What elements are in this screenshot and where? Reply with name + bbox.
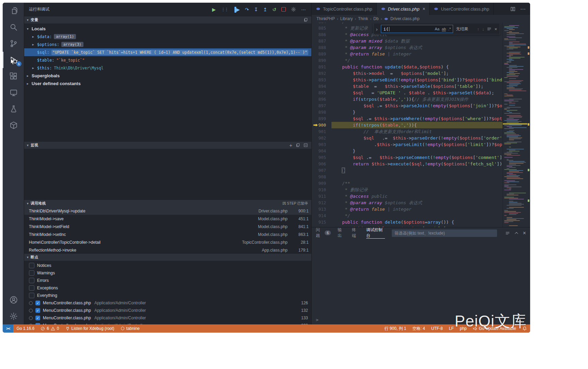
- checkbox[interactable]: [29, 270, 34, 276]
- variable-row[interactable]: ▾Locals: [24, 25, 311, 33]
- variables-section-header[interactable]: ▾ 变量: [24, 16, 311, 23]
- variable-row[interactable]: $table:"`ke_topic`": [24, 56, 311, 64]
- tab-Driver.class.php[interactable]: Driver.class.php×: [377, 3, 430, 15]
- more-actions-button[interactable]: ⋯: [301, 7, 306, 12]
- code-line[interactable]: 887 * @param mixed $data 数据: [312, 38, 502, 44]
- activity-item-extensions[interactable]: [3, 68, 24, 84]
- code-line[interactable]: 908: [312, 174, 502, 180]
- find-next-icon[interactable]: ↓: [482, 27, 484, 32]
- restart-button[interactable]: ↺: [272, 7, 276, 12]
- activity-item-remote-explorer[interactable]: [3, 84, 24, 101]
- variable-row[interactable]: $sql:"UPDATE `ke_topic` SET `hits`=hits+…: [24, 48, 311, 56]
- checkbox[interactable]: ✓: [35, 301, 40, 305]
- stop-button[interactable]: [281, 7, 286, 12]
- breadcrumb-item[interactable]: Driver.class.php: [390, 16, 419, 21]
- activity-item-run-and-debug[interactable]: 1: [3, 52, 24, 68]
- panel-tab-问题[interactable]: 问题6: [316, 227, 331, 239]
- regex-button[interactable]: .*: [448, 27, 451, 31]
- watch-section-header[interactable]: ▾ 监视 +: [24, 141, 311, 149]
- breadcrumb-item[interactable]: Db: [373, 16, 378, 21]
- code-line[interactable]: 904 }: [312, 148, 502, 154]
- code-line[interactable]: 895 $sql = 'UPDATE ' . $table . $this->p…: [312, 90, 502, 96]
- copy-icon[interactable]: [296, 143, 300, 147]
- code-line[interactable]: 891 public function update($data,$option…: [312, 64, 502, 70]
- stack-frame[interactable]: Think\Model->setIncModel.class.php863:1: [24, 230, 311, 238]
- whole-word-button[interactable]: ab: [442, 27, 446, 31]
- code-line[interactable]: 910 * 删除记录: [312, 187, 502, 193]
- variable-row[interactable]: ▸$options:array(3): [24, 41, 311, 48]
- panel-tab-调试控制台[interactable]: 调试控制台: [366, 227, 385, 239]
- code-line[interactable]: 900 if(!strpos($table,',')){: [312, 122, 502, 128]
- stack-frame[interactable]: Think\Db\Driver\Mysql->updateDriver.clas…: [24, 207, 311, 215]
- debug-console-prompt[interactable]: >: [316, 317, 319, 322]
- code-line[interactable]: 893 $this->parseBind(!empty($options['bi…: [312, 77, 502, 83]
- statusbar-go-version[interactable]: Go 1.16.6: [13, 324, 37, 333]
- code-line[interactable]: 897 $sql .= $this->parseJoin(!empty($opt…: [312, 102, 502, 109]
- checkbox[interactable]: [29, 285, 34, 291]
- activity-item-test-beaker[interactable]: [3, 101, 24, 117]
- statusbar-tabnine-status[interactable]: tabnine: [118, 324, 143, 333]
- breakpoints-section-header[interactable]: ▾ 断点: [24, 253, 311, 261]
- activity-item-account[interactable]: [3, 292, 24, 308]
- find-close-icon[interactable]: ×: [494, 27, 497, 32]
- statusbar-remote-indicator[interactable]: ><: [3, 324, 13, 333]
- code-line[interactable]: 888 * @param array $options 表达式: [312, 44, 502, 51]
- code-line[interactable]: 909 /**: [312, 180, 502, 187]
- code-line[interactable]: 907 }: [312, 167, 502, 174]
- activity-item-settings-gear[interactable]: [3, 308, 24, 324]
- code-line[interactable]: 898 }: [312, 109, 502, 115]
- debug-settings-button[interactable]: [291, 7, 296, 12]
- breakpoint-filter-row[interactable]: Everything: [24, 292, 311, 299]
- callstack-section-header[interactable]: ▾ 调用堆栈 因 STEP 已暂停: [24, 199, 311, 207]
- activity-item-source-control[interactable]: [3, 35, 24, 52]
- variable-row[interactable]: ▸User defined constants: [24, 80, 311, 87]
- code-line[interactable]: 892 $this->model = $options['model'];: [312, 70, 502, 77]
- debug-console-filter-input[interactable]: [392, 229, 497, 237]
- breakpoint-row[interactable]: ✓MenuController.class.phpApplication/Adm…: [24, 299, 311, 307]
- stack-frame[interactable]: Home\Controller\TopicController->detailT…: [24, 238, 311, 246]
- breakpoint-row[interactable]: ✓MenuController.class.phpApplication/Adm…: [24, 307, 311, 314]
- find-previous-icon[interactable]: ↑: [477, 27, 479, 32]
- breakpoint-row[interactable]: ✓MenuController.class.phpApplication/Adm…: [24, 314, 311, 322]
- stack-frame[interactable]: Think\Model->saveModel.class.php451:1: [24, 215, 311, 223]
- tab-close-icon[interactable]: ×: [422, 6, 425, 12]
- variable-row[interactable]: ▸Superglobals: [24, 72, 311, 80]
- minimap[interactable]: [502, 22, 527, 227]
- code-line[interactable]: 894 $table = $this->parseTable($options[…: [312, 83, 502, 90]
- code-line[interactable]: 903 .$this->parseLimit(!empty($options['…: [312, 141, 502, 148]
- more-actions-icon[interactable]: ⋯: [520, 6, 526, 12]
- continue-button[interactable]: ▐▶: [233, 7, 240, 12]
- checkbox[interactable]: [29, 293, 34, 298]
- overview-ruler[interactable]: [527, 22, 530, 227]
- breakpoint-filter-row[interactable]: Warnings: [24, 269, 311, 277]
- breadcrumb-item[interactable]: ThinkPHP: [316, 16, 335, 21]
- code-line[interactable]: 905 $sql .= $this->parseComment(!empty($…: [312, 154, 502, 161]
- collapse-all-icon[interactable]: [304, 143, 308, 147]
- stack-frame[interactable]: Think\Model->setFieldModel.class.php841:…: [24, 223, 311, 230]
- code-line[interactable]: 899 $sql .= $this->parseWhere(!empty($op…: [312, 115, 502, 122]
- breadcrumb-item[interactable]: Library: [340, 16, 353, 21]
- code-line[interactable]: 889 * @return false | integer: [312, 51, 502, 57]
- checkbox[interactable]: [29, 263, 34, 268]
- add-watch-expression-button[interactable]: +: [289, 143, 292, 148]
- statusbar-problems-status[interactable]: 60: [37, 324, 62, 333]
- checkbox[interactable]: [29, 278, 34, 283]
- statusbar-indentation[interactable]: 空格: 4: [409, 324, 428, 333]
- code-line[interactable]: 896 if(strpos($table,',')){// 多表更新支持JOIN…: [312, 96, 502, 102]
- breakpoint-filter-row[interactable]: Errors: [24, 277, 311, 284]
- tab-UserController.class.php[interactable]: UserController.class.php: [430, 3, 494, 15]
- code-line[interactable]: 906 return $this->execute($sql,!empty($o…: [312, 161, 502, 167]
- variable-row[interactable]: ▸$data:array(1): [24, 33, 311, 41]
- breakpoint-row[interactable]: ✓MenuController.class.phpApplication/Adm…: [24, 322, 311, 324]
- code-line[interactable]: 912 * @param array $options 表达式: [312, 199, 502, 206]
- statusbar-encoding[interactable]: UTF-8: [428, 324, 446, 333]
- start-button[interactable]: ▶: [212, 7, 216, 12]
- step-out-button[interactable]: ↥: [263, 7, 267, 12]
- toggle-replace-icon[interactable]: ›: [375, 26, 378, 32]
- code-line[interactable]: 902 $sql .= $this->parseOrder(!empty($op…: [312, 135, 502, 141]
- code-line[interactable]: 913 * @return false | integer: [312, 206, 502, 212]
- activity-item-search[interactable]: [3, 19, 24, 35]
- stack-frame[interactable]: ReflectionMethod->invokeApp.class.php179…: [24, 246, 311, 253]
- panel-tab-终端[interactable]: 终端: [352, 227, 359, 239]
- activity-item-package[interactable]: [3, 117, 24, 133]
